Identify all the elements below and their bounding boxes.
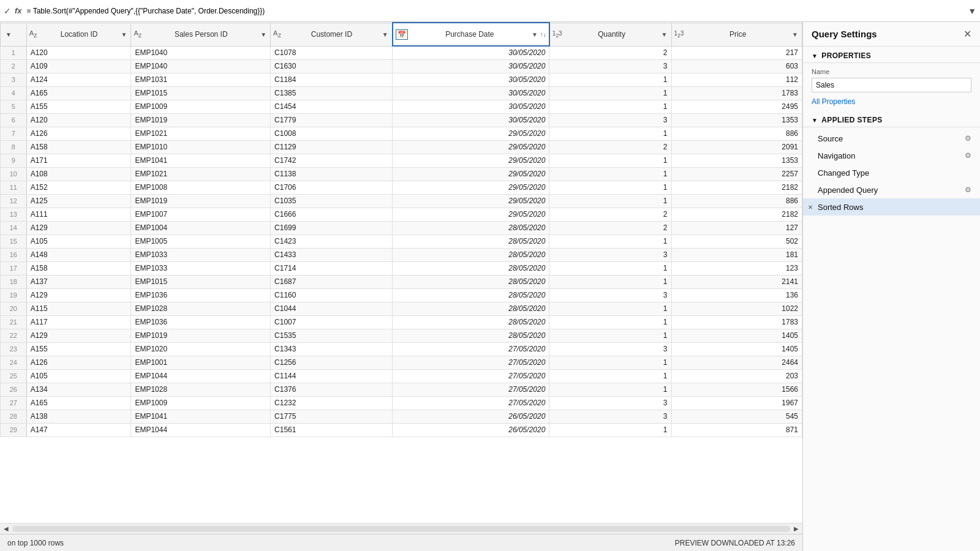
table-container[interactable]: ▼ AZ Location ID ▼ AZ S bbox=[0, 22, 802, 523]
step-label: Sorted Rows bbox=[818, 203, 971, 212]
col-filter-purchase[interactable]: ▼ bbox=[530, 30, 539, 39]
col-filter-quantity[interactable]: ▼ bbox=[660, 30, 669, 39]
col-header-price: 123 Price ▼ bbox=[671, 23, 802, 46]
table-cell: 112 bbox=[671, 73, 802, 86]
table-cell: EMP1040 bbox=[131, 59, 271, 73]
horizontal-scrollbar[interactable]: ◀ ▶ bbox=[0, 523, 802, 534]
table-row: 14A129EMP1004C169928/05/20202127 bbox=[1, 221, 802, 234]
table-cell: C1160 bbox=[271, 288, 393, 302]
step-label: Appended Query bbox=[818, 186, 965, 195]
applied-step-item[interactable]: Navigation⚙ bbox=[803, 147, 980, 164]
applied-step-item[interactable]: Changed Type bbox=[803, 164, 980, 181]
table-cell: EMP1005 bbox=[131, 234, 271, 248]
scroll-right-button[interactable]: ▶ bbox=[790, 525, 802, 532]
table-row: 5A155EMP1009C145430/05/202012495 bbox=[1, 100, 802, 113]
col-filter-price[interactable]: ▼ bbox=[791, 30, 799, 39]
formula-input[interactable] bbox=[27, 7, 968, 15]
table-cell: 3 bbox=[549, 342, 671, 356]
col-filter-location[interactable]: ▼ bbox=[120, 30, 129, 39]
table-cell: A138 bbox=[26, 410, 131, 423]
table-row: 19A129EMP1036C116028/05/20203136 bbox=[1, 288, 802, 302]
table-row: 28A138EMP1041C177526/05/20203545 bbox=[1, 410, 802, 423]
table-cell: C1138 bbox=[271, 167, 393, 181]
col-filter-customer[interactable]: ▼ bbox=[381, 30, 390, 39]
col-filter-sales[interactable]: ▼ bbox=[259, 30, 268, 39]
scroll-left-button[interactable]: ◀ bbox=[0, 525, 12, 532]
table-cell: EMP1033 bbox=[131, 248, 271, 261]
table-cell: EMP1007 bbox=[131, 208, 271, 221]
table-cell: 30/05/2020 bbox=[393, 113, 549, 127]
table-cell: 127 bbox=[671, 221, 802, 234]
table-cell: EMP1019 bbox=[131, 329, 271, 342]
applied-steps-section-header[interactable]: ▼ APPLIED STEPS bbox=[803, 111, 980, 127]
table-row: 26A134EMP1028C137627/05/202011566 bbox=[1, 383, 802, 396]
table-cell: C1775 bbox=[271, 410, 393, 423]
table-cell: 26/05/2020 bbox=[393, 410, 549, 423]
confirm-icon[interactable]: ✓ bbox=[4, 6, 11, 16]
table-cell: 1 bbox=[549, 86, 671, 100]
row-number: 2 bbox=[1, 59, 27, 73]
table-cell: C1343 bbox=[271, 342, 393, 356]
step-gear-icon[interactable]: ⚙ bbox=[965, 151, 971, 160]
all-properties-link[interactable]: All Properties bbox=[803, 96, 980, 111]
table-cell: A125 bbox=[26, 194, 131, 208]
table-cell: EMP1010 bbox=[131, 140, 271, 154]
applied-steps-list: Source⚙Navigation⚙Changed TypeAppended Q… bbox=[803, 127, 980, 218]
name-input[interactable] bbox=[812, 78, 971, 92]
table-cell: A120 bbox=[26, 46, 131, 59]
applied-step-item[interactable]: Source⚙ bbox=[803, 130, 980, 147]
table-cell: EMP1036 bbox=[131, 315, 271, 329]
table-cell: A155 bbox=[26, 342, 131, 356]
properties-section-header[interactable]: ▼ PROPERTIES bbox=[803, 47, 980, 63]
table-cell: 26/05/2020 bbox=[393, 423, 549, 437]
properties-section-label: PROPERTIES bbox=[821, 51, 871, 60]
row-number: 14 bbox=[1, 221, 27, 234]
table-cell: 28/05/2020 bbox=[393, 275, 549, 288]
table-cell: 28/05/2020 bbox=[393, 302, 549, 315]
scroll-track[interactable] bbox=[12, 526, 790, 532]
table-cell: 203 bbox=[671, 369, 802, 383]
step-gear-icon[interactable]: ⚙ bbox=[965, 134, 971, 143]
close-panel-button[interactable]: ✕ bbox=[963, 28, 971, 40]
table-cell: C1714 bbox=[271, 261, 393, 275]
table-row: 22A129EMP1019C153528/05/202011405 bbox=[1, 329, 802, 342]
table-cell: EMP1020 bbox=[131, 342, 271, 356]
col-sort-purchase[interactable]: ↑↓ bbox=[540, 31, 546, 38]
step-gear-icon[interactable]: ⚙ bbox=[965, 186, 971, 194]
applied-step-item[interactable]: Sorted Rows bbox=[803, 198, 980, 216]
status-right: PREVIEW DOWNLOADED AT 13:26 bbox=[675, 539, 795, 547]
table-cell: C1007 bbox=[271, 315, 393, 329]
table-cell: 2 bbox=[549, 221, 671, 234]
main-area: ▼ AZ Location ID ▼ AZ S bbox=[0, 22, 980, 551]
applied-step-item[interactable]: Appended Query⚙ bbox=[803, 181, 980, 198]
status-left: on top 1000 rows bbox=[7, 539, 64, 547]
table-cell: 1 bbox=[549, 383, 671, 396]
status-bar: on top 1000 rows PREVIEW DOWNLOADED AT 1… bbox=[0, 534, 802, 551]
query-settings-panel: Query Settings ✕ ▼ PROPERTIES Name All P… bbox=[802, 22, 980, 551]
table-cell: EMP1004 bbox=[131, 221, 271, 234]
table-cell: EMP1019 bbox=[131, 113, 271, 127]
table-cell: 502 bbox=[671, 234, 802, 248]
row-number: 5 bbox=[1, 100, 27, 113]
table-cell: A129 bbox=[26, 288, 131, 302]
col-type-icon-price: 123 bbox=[674, 30, 684, 39]
table-cell: EMP1001 bbox=[131, 356, 271, 369]
table-cell: A115 bbox=[26, 302, 131, 315]
row-number: 18 bbox=[1, 275, 27, 288]
table-cell: 29/05/2020 bbox=[393, 140, 549, 154]
table-cell: 1 bbox=[549, 167, 671, 181]
step-label: Changed Type bbox=[818, 168, 971, 178]
table-cell: 1 bbox=[549, 329, 671, 342]
table-cell: 27/05/2020 bbox=[393, 356, 549, 369]
table-cell: C1699 bbox=[271, 221, 393, 234]
table-cell: 1353 bbox=[671, 154, 802, 167]
table-cell: A105 bbox=[26, 234, 131, 248]
table-cell: 2141 bbox=[671, 275, 802, 288]
expand-formula-button[interactable]: ▼ bbox=[968, 6, 976, 16]
table-cell: EMP1019 bbox=[131, 194, 271, 208]
table-row: 24A126EMP1001C125627/05/202012464 bbox=[1, 356, 802, 369]
table-cell: EMP1015 bbox=[131, 86, 271, 100]
all-filter-button[interactable]: ▼ bbox=[4, 30, 13, 39]
table-cell: EMP1041 bbox=[131, 410, 271, 423]
table-cell: C1232 bbox=[271, 396, 393, 410]
